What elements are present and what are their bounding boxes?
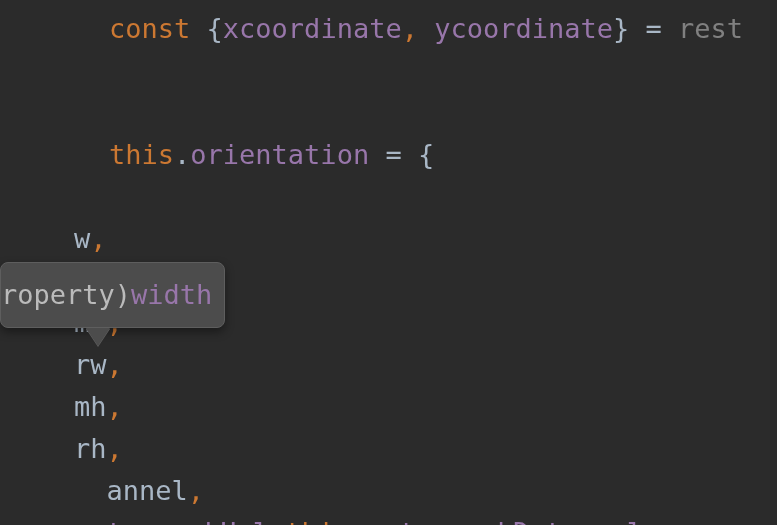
code-line: watermarkUrl:this.watermarkData.url, bbox=[0, 512, 777, 525]
keyword-this: this bbox=[109, 139, 174, 170]
property-orientation: orientation bbox=[190, 139, 369, 170]
code-line: this.orientation = { bbox=[0, 92, 777, 218]
code-line: mh, bbox=[0, 386, 777, 428]
code-editor[interactable]: const {xcoordinate, ycoordinate} = rest … bbox=[0, 0, 777, 525]
code-line: const {xcoordinate, ycoordinate} = rest bbox=[0, 0, 777, 92]
keyword-const: const bbox=[109, 13, 190, 44]
code-line: rh, bbox=[0, 428, 777, 470]
code-line: w, bbox=[0, 218, 777, 260]
tooltip-tail-icon bbox=[86, 328, 110, 346]
tooltip-symbol: width bbox=[131, 274, 212, 316]
code-line: rw, bbox=[0, 344, 777, 386]
code-line: channel, bbox=[0, 470, 777, 512]
tooltip-kind: roperty) bbox=[1, 274, 131, 316]
hover-tooltip: roperty) width bbox=[0, 262, 225, 328]
